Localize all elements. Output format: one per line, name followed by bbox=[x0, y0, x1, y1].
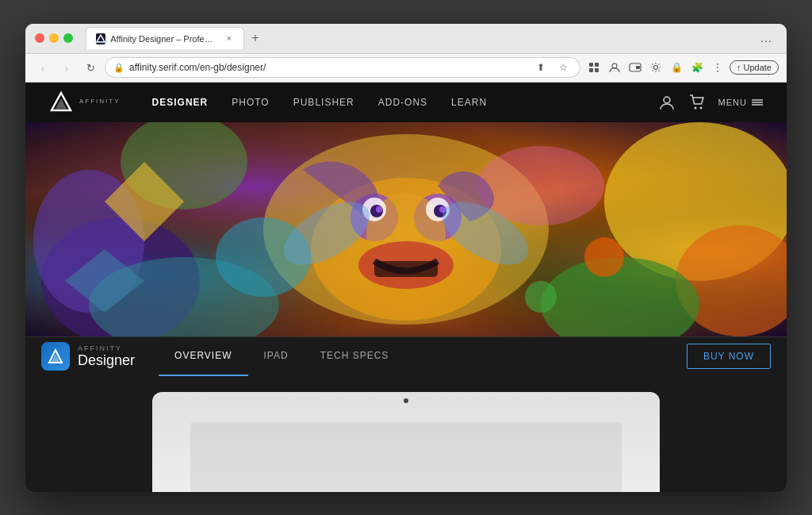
website-content: AFFINITY DESIGNER PHOTO PUBLISHER ADD-ON… bbox=[25, 83, 787, 492]
tab-ipad[interactable]: IPAD bbox=[248, 337, 304, 376]
designer-icon bbox=[41, 342, 70, 371]
profiles-icon[interactable] bbox=[606, 59, 623, 76]
user-icon[interactable] bbox=[658, 94, 676, 111]
new-tab-button[interactable]: + bbox=[244, 27, 266, 49]
tab-title: Affinity Designer – Profession... bbox=[110, 34, 216, 44]
svg-rect-4 bbox=[595, 68, 599, 72]
address-bar[interactable]: 🔒 affinity.serif.com/en-gb/designer/ ⬆ ☆ bbox=[105, 57, 580, 78]
site-logo[interactable]: AFFINITY bbox=[49, 90, 121, 114]
svg-point-45 bbox=[525, 281, 557, 313]
svg-marker-0 bbox=[97, 35, 105, 42]
svg-point-13 bbox=[699, 106, 702, 109]
site-nav-links: DESIGNER PHOTO PUBLISHER ADD-ONS LEARN bbox=[152, 97, 658, 108]
tab-tech-specs[interactable]: TECH SPECS bbox=[304, 337, 405, 376]
svg-rect-3 bbox=[589, 68, 593, 72]
bookmark-icon[interactable]: ☆ bbox=[554, 59, 572, 76]
traffic-lights bbox=[35, 33, 73, 43]
svg-point-11 bbox=[664, 97, 670, 103]
below-fold bbox=[25, 376, 787, 492]
laptop-screen bbox=[152, 392, 660, 492]
maximize-button[interactable] bbox=[63, 33, 73, 43]
nav-icons-right: 🔒 🧩 ⋮ ↑ Update bbox=[585, 59, 779, 76]
product-logo: AFFINITY Designer bbox=[41, 342, 135, 371]
address-text: affinity.serif.com/en-gb/designer/ bbox=[129, 62, 527, 73]
share-icon[interactable]: ⬆ bbox=[532, 59, 550, 76]
product-title-label: Designer bbox=[78, 352, 135, 369]
svg-rect-43 bbox=[374, 261, 438, 277]
tab-bar: Affinity Designer – Profession... × + … bbox=[86, 27, 777, 49]
nav-photo[interactable]: PHOTO bbox=[232, 97, 269, 108]
refresh-button[interactable]: ↻ bbox=[81, 58, 100, 77]
browser-tab[interactable]: Affinity Designer – Profession... × bbox=[86, 27, 244, 49]
nav-addons[interactable]: ADD-ONS bbox=[378, 97, 427, 108]
nav-learn[interactable]: LEARN bbox=[451, 97, 487, 108]
svg-point-41 bbox=[376, 206, 382, 213]
tab-overview[interactable]: OVERVIEW bbox=[159, 337, 247, 376]
browser-window: Affinity Designer – Profession... × + … … bbox=[25, 24, 787, 492]
svg-point-5 bbox=[612, 63, 617, 68]
nav-bar: ‹ › ↻ 🔒 affinity.serif.com/en-gb/designe… bbox=[25, 54, 787, 83]
buy-now-button[interactable]: BUY NOW bbox=[687, 344, 771, 369]
product-nav: AFFINITY Designer OVERVIEW IPAD TECH SPE… bbox=[25, 336, 787, 376]
title-bar: Affinity Designer – Profession... × + … bbox=[25, 24, 787, 54]
laptop-preview bbox=[152, 392, 660, 492]
menu-label: MENU bbox=[718, 98, 747, 107]
product-affinity-label: AFFINITY bbox=[78, 344, 135, 352]
laptop-content bbox=[190, 422, 622, 492]
site-nav-right: MENU bbox=[658, 94, 763, 111]
update-arrow: ↑ bbox=[737, 63, 741, 72]
puzzle-icon[interactable]: 🧩 bbox=[688, 59, 706, 76]
webcam-dot bbox=[404, 398, 408, 403]
tab-close-button[interactable]: × bbox=[224, 33, 234, 44]
nav-publisher[interactable]: PUBLISHER bbox=[293, 97, 354, 108]
svg-rect-1 bbox=[589, 63, 593, 67]
lock-icon: 🔒 bbox=[113, 63, 124, 73]
product-name: AFFINITY Designer bbox=[78, 344, 135, 369]
lock-ext-icon[interactable]: 🔒 bbox=[668, 59, 685, 76]
extensions-icon[interactable] bbox=[585, 59, 603, 76]
forward-button[interactable]: › bbox=[57, 58, 76, 77]
cart-icon[interactable] bbox=[688, 94, 706, 111]
back-button[interactable]: ‹ bbox=[33, 58, 52, 77]
update-label: Update bbox=[744, 63, 772, 72]
tab-ellipsis-button[interactable]: … bbox=[755, 27, 777, 49]
more-icon[interactable]: ⋮ bbox=[709, 59, 726, 76]
nav-designer[interactable]: DESIGNER bbox=[152, 97, 209, 108]
svg-point-8 bbox=[654, 66, 658, 70]
minimize-button[interactable] bbox=[49, 33, 59, 43]
svg-point-44 bbox=[584, 237, 624, 277]
menu-button[interactable]: MENU bbox=[718, 98, 763, 107]
wallet-icon[interactable] bbox=[626, 59, 644, 76]
svg-point-12 bbox=[694, 106, 696, 109]
close-button[interactable] bbox=[35, 33, 44, 43]
tab-favicon bbox=[96, 33, 105, 44]
settings-icon[interactable] bbox=[647, 59, 665, 76]
hero-image bbox=[25, 122, 787, 336]
site-nav: AFFINITY DESIGNER PHOTO PUBLISHER ADD-ON… bbox=[25, 83, 787, 122]
update-button[interactable]: ↑ Update bbox=[730, 60, 779, 75]
affinity-small-label: AFFINITY bbox=[79, 98, 121, 106]
product-tabs: OVERVIEW IPAD TECH SPECS bbox=[159, 337, 687, 376]
svg-rect-7 bbox=[636, 66, 640, 69]
svg-rect-2 bbox=[595, 63, 599, 67]
